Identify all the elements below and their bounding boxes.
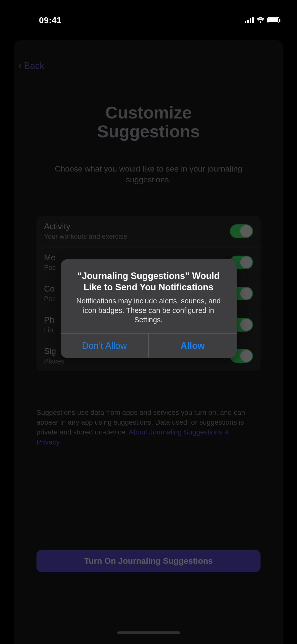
notification-permission-alert: “Journaling Suggestions” Would Like to S… (61, 259, 237, 358)
alert-title: “Journaling Suggestions” Would Like to S… (71, 270, 227, 293)
alert-message: Notifications may include alerts, sounds… (71, 296, 227, 325)
allow-button[interactable]: Allow (148, 334, 237, 358)
status-icons (245, 17, 279, 23)
dont-allow-button[interactable]: Don’t Allow (61, 334, 149, 358)
cellular-signal-icon (245, 17, 254, 23)
status-bar-overlay: 09:41 (0, 14, 297, 26)
wifi-icon (257, 17, 264, 23)
phone-screen: 09:41 ‹ Back Customize Suggestions Choos… (0, 0, 297, 644)
battery-icon (267, 17, 279, 23)
status-time: 09:41 (39, 15, 61, 25)
